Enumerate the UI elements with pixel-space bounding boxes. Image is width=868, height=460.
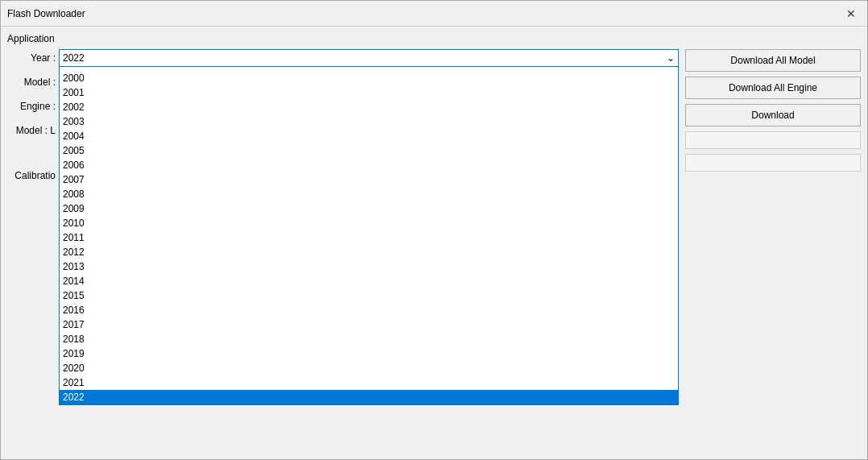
year-option-2006[interactable]: 2006 bbox=[60, 158, 678, 172]
year-option-2008[interactable]: 2008 bbox=[60, 187, 678, 201]
year-option-2022[interactable]: 2022 bbox=[60, 390, 678, 404]
left-panel: Year : 2022 ⌄ 19971998199920002001200220… bbox=[7, 49, 679, 453]
year-selected-value: 2022 bbox=[63, 52, 85, 64]
download-button[interactable]: Download bbox=[685, 104, 861, 126]
year-option-2020[interactable]: 2020 bbox=[60, 361, 678, 375]
calibration-label: Calibratio bbox=[7, 170, 56, 181]
year-option-2002[interactable]: 2002 bbox=[60, 100, 678, 114]
year-option-2015[interactable]: 2015 bbox=[60, 288, 678, 303]
window-title: Flash Downloader bbox=[7, 8, 85, 19]
year-option-2018[interactable]: 2018 bbox=[60, 332, 678, 346]
year-row: Year : 2022 ⌄ 19971998199920002001200220… bbox=[7, 49, 679, 67]
year-dropdown: 1997199819992000200120022003200420052006… bbox=[59, 67, 679, 405]
year-option-2011[interactable]: 2011 bbox=[60, 230, 678, 245]
application-label: Application bbox=[7, 33, 861, 44]
year-select-container: 2022 ⌄ 199719981999200020012002200320042… bbox=[59, 49, 679, 67]
year-option-2017[interactable]: 2017 bbox=[60, 317, 678, 332]
download-all-engine-button[interactable]: Download All Engine bbox=[685, 77, 861, 99]
year-label: Year : bbox=[7, 52, 56, 64]
right-field-1 bbox=[685, 131, 861, 149]
year-option-2009[interactable]: 2009 bbox=[60, 201, 678, 216]
year-option-2019[interactable]: 2019 bbox=[60, 346, 678, 361]
year-option-2013[interactable]: 2013 bbox=[60, 259, 678, 274]
year-option-2003[interactable]: 2003 bbox=[60, 114, 678, 129]
year-option-2021[interactable]: 2021 bbox=[60, 375, 678, 390]
year-option-2016[interactable]: 2016 bbox=[60, 303, 678, 317]
year-option-2001[interactable]: 2001 bbox=[60, 85, 678, 100]
year-select-display[interactable]: 2022 ⌄ bbox=[59, 49, 679, 67]
year-option-2000[interactable]: 2000 bbox=[60, 71, 678, 85]
year-option-2007[interactable]: 2007 bbox=[60, 172, 678, 187]
chevron-down-icon: ⌄ bbox=[667, 52, 675, 64]
year-option-2012[interactable]: 2012 bbox=[60, 245, 678, 259]
year-option-2010[interactable]: 2010 bbox=[60, 216, 678, 230]
close-button[interactable]: ✕ bbox=[841, 4, 861, 23]
title-bar: Flash Downloader ✕ bbox=[1, 1, 867, 27]
right-panel: Download All Model Download All Engine D… bbox=[685, 49, 861, 453]
year-option-2014[interactable]: 2014 bbox=[60, 274, 678, 288]
main-window: Flash Downloader ✕ Application Year : 20… bbox=[0, 0, 868, 460]
main-area: Year : 2022 ⌄ 19971998199920002001200220… bbox=[7, 49, 861, 453]
engine-label: Engine : bbox=[7, 101, 56, 112]
model-l-label: Model : L bbox=[7, 125, 56, 136]
year-option-2005[interactable]: 2005 bbox=[60, 143, 678, 158]
right-field-2 bbox=[685, 154, 861, 172]
model-label: Model : bbox=[7, 77, 56, 88]
download-all-model-button[interactable]: Download All Model bbox=[685, 49, 861, 72]
year-option-2004[interactable]: 2004 bbox=[60, 129, 678, 143]
window-content: Application Year : 2022 ⌄ 19971998199920… bbox=[1, 27, 867, 459]
